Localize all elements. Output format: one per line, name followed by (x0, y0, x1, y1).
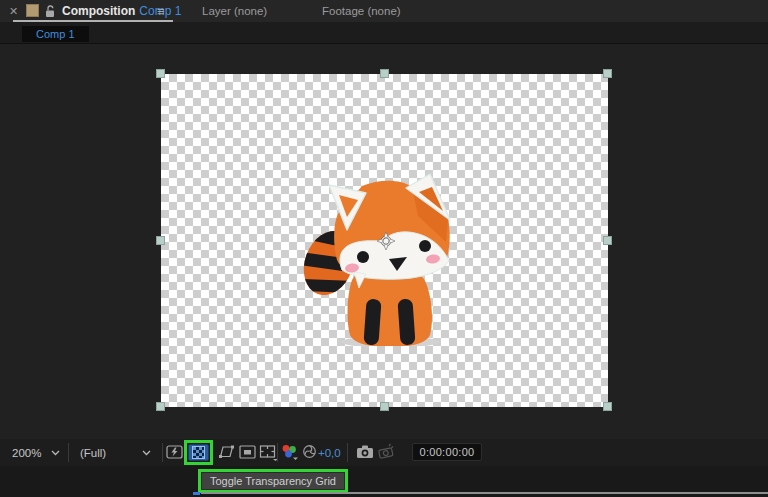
channel-settings-button[interactable] (281, 444, 299, 461)
highlight-box-toolbar (184, 440, 213, 465)
statusbar: Toggle Transparency Grid (0, 466, 768, 497)
viewer-toolbar: 200% (Full) (0, 439, 768, 466)
highlight-box-tooltip: Toggle Transparency Grid (198, 469, 348, 493)
resolution-value: (Full) (80, 447, 106, 459)
toolbar-divider (277, 443, 278, 462)
reset-exposure-button[interactable] (302, 444, 317, 459)
panda-left-leg (363, 299, 381, 346)
mask-outline-icon (218, 444, 235, 459)
panel-color-swatch[interactable] (26, 4, 39, 17)
timeline-edge-line (201, 492, 768, 494)
camera-icon (356, 444, 374, 459)
selection-handle-mid-left[interactable] (156, 236, 165, 245)
show-snapshot-icon (376, 442, 397, 460)
lightning-icon (166, 444, 184, 460)
selection-handle-mid-right[interactable] (603, 236, 612, 245)
selection-handle-bottom-left[interactable] (156, 402, 165, 411)
chevron-down-icon (51, 450, 60, 456)
selection-handle-top-right[interactable] (603, 69, 612, 78)
close-panel-icon[interactable]: ✕ (9, 0, 18, 22)
viewer-tab-comp1[interactable]: Comp 1 (22, 26, 89, 42)
tab-layer[interactable]: Layer (none) (202, 0, 267, 22)
exposure-offset-value[interactable]: +0,0 (318, 439, 341, 466)
composition-viewer[interactable] (0, 44, 768, 439)
toggle-transparency-grid-button[interactable] (188, 444, 209, 461)
fast-previews-button[interactable] (166, 444, 184, 460)
selection-handle-top-left[interactable] (156, 69, 165, 78)
take-snapshot-button[interactable] (356, 444, 374, 459)
viewer-tabs-row: Comp 1 (0, 22, 768, 44)
magnification-value: 200% (12, 447, 41, 459)
timecode-field[interactable]: 0:00:00:00 (412, 443, 482, 461)
magnification-dropdown[interactable]: 200% (12, 439, 60, 466)
panda-right-eye (419, 240, 431, 252)
selection-handle-top-center[interactable] (380, 69, 389, 78)
aperture-icon (302, 444, 317, 459)
panda-left-eye (357, 251, 369, 263)
chevron-down-icon (142, 450, 151, 456)
transparency-grid-icon (192, 446, 205, 459)
tooltip-text: Toggle Transparency Grid (201, 472, 345, 490)
rgb-channels-icon (281, 444, 299, 461)
region-of-interest-icon (239, 444, 256, 459)
composition-tab-label: Composition (62, 4, 135, 18)
red-panda-layer[interactable] (302, 160, 452, 346)
resolution-dropdown[interactable]: (Full) (80, 439, 151, 466)
timeline-edge-tick (193, 492, 200, 495)
toolbar-divider (347, 443, 348, 462)
toggle-mask-path-button[interactable] (218, 444, 235, 459)
grid-guides-icon (259, 444, 279, 461)
toolbar-divider (162, 443, 163, 462)
show-snapshot-button[interactable] (377, 444, 395, 459)
panel-menu-icon[interactable]: ≡ (157, 0, 165, 22)
selection-handle-bottom-right[interactable] (603, 402, 612, 411)
tab-footage[interactable]: Footage (none) (322, 0, 401, 22)
selection-handle-bottom-center[interactable] (380, 402, 389, 411)
toolbar-divider (68, 443, 69, 462)
panel-header: ✕ Composition Comp 1 ≡ Layer (none) Foot… (0, 0, 768, 22)
region-of-interest-button[interactable] (239, 444, 256, 459)
grid-guide-options-button[interactable] (259, 444, 279, 461)
panda-right-leg (397, 298, 415, 345)
composition-panel: ✕ Composition Comp 1 ≡ Layer (none) Foot… (0, 0, 768, 497)
